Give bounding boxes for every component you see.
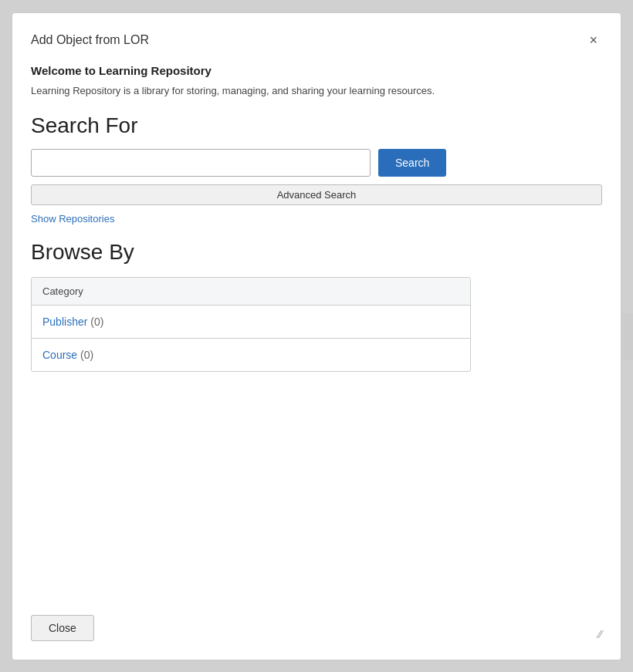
browse-by-heading: Browse By [31,240,602,265]
resize-handle-icon[interactable]: ∕∕ [590,629,602,641]
welcome-description: Learning Repository is a library for sto… [31,83,602,99]
search-input[interactable] [31,149,371,177]
sidebar-scroll-indicator [621,313,633,360]
show-repositories-link[interactable]: Show Repositories [31,213,602,225]
browse-category-header: Category [42,285,367,297]
publisher-cell: Publisher (0) [42,315,367,329]
search-row: Search [31,149,602,177]
search-for-heading: Search For [31,113,602,138]
modal-title: Add Object from LOR [31,33,149,47]
modal-overlay: Add Object from LOR × Welcome to Learnin… [0,0,633,672]
browse-table: Category Publisher (0) Course (0) [31,277,471,372]
course-cell: Course (0) [42,348,367,362]
table-row: Publisher (0) [32,306,470,339]
advanced-search-button[interactable]: Advanced Search [31,184,602,205]
browse-header-col2 [367,285,459,297]
table-row: Course (0) [32,339,470,371]
modal-footer: Close ∕∕ [31,615,602,641]
welcome-title: Welcome to Learning Repository [31,64,602,77]
browse-table-header: Category [32,278,470,306]
welcome-section: Welcome to Learning Repository Learning … [31,64,602,99]
modal-header: Add Object from LOR × [31,32,602,49]
modal-dialog: Add Object from LOR × Welcome to Learnin… [12,12,621,660]
publisher-link[interactable]: Publisher [42,316,90,328]
close-x-button[interactable]: × [584,32,602,49]
course-count: (0) [80,349,93,361]
course-link[interactable]: Course [42,349,80,361]
publisher-count: (0) [90,316,103,328]
search-button[interactable]: Search [378,149,446,177]
close-button[interactable]: Close [31,615,94,641]
